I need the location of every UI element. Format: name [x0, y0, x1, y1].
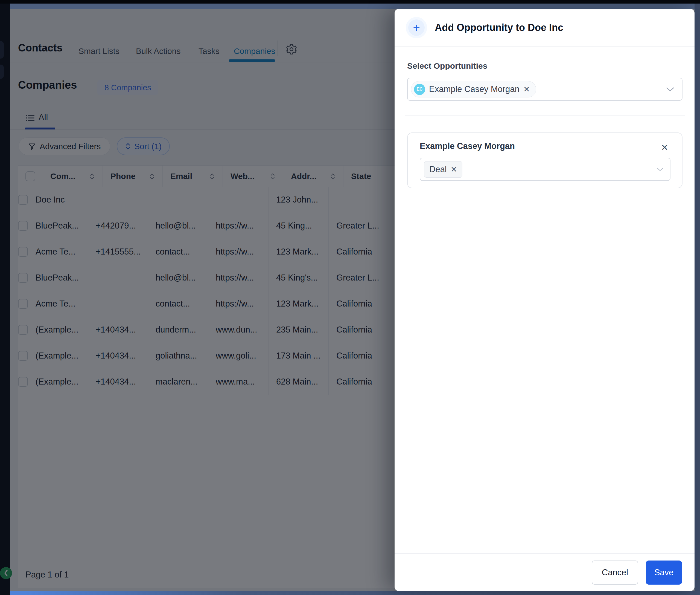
avatar: EC [414, 84, 425, 95]
modal-header: + Add Opportunity to Doe Inc [395, 9, 695, 47]
divider [405, 115, 685, 116]
opportunity-chip-label: Example Casey Morgan [429, 84, 520, 94]
opportunity-card: Example Casey Morgan ✕ Deal ✕ [407, 133, 682, 188]
select-opportunities-label: Select Opportunities [407, 61, 682, 70]
save-button[interactable]: Save [646, 561, 682, 585]
screen: Contacts Smart ListsBulk ActionsTasksCom… [0, 0, 700, 595]
chevron-down-icon[interactable] [666, 87, 674, 92]
pipeline-chip: Deal ✕ [424, 161, 462, 178]
remove-opportunity-icon[interactable]: ✕ [523, 85, 530, 94]
pipeline-chip-label: Deal [429, 165, 447, 174]
modal-footer: Cancel Save [395, 554, 695, 591]
remove-pipeline-icon[interactable]: ✕ [451, 165, 457, 174]
cancel-button[interactable]: Cancel [592, 561, 638, 585]
close-icon[interactable]: ✕ [661, 142, 668, 153]
plus-icon: + [408, 20, 425, 36]
opportunity-card-title: Example Casey Morgan [420, 141, 670, 151]
chevron-down-icon[interactable] [657, 168, 663, 171]
modal-title: Add Opportunity to Doe Inc [435, 22, 563, 33]
pipeline-select[interactable]: Deal ✕ [420, 158, 670, 181]
opportunities-multiselect[interactable]: EC Example Casey Morgan ✕ [407, 78, 682, 101]
modal-body: Select Opportunities EC Example Casey Mo… [395, 47, 695, 188]
selected-opportunity-chip: EC Example Casey Morgan ✕ [411, 81, 536, 97]
window-right-edge [695, 4, 700, 595]
add-opportunity-modal: + Add Opportunity to Doe Inc Select Oppo… [395, 9, 695, 591]
window-bottom-edge [10, 591, 700, 595]
